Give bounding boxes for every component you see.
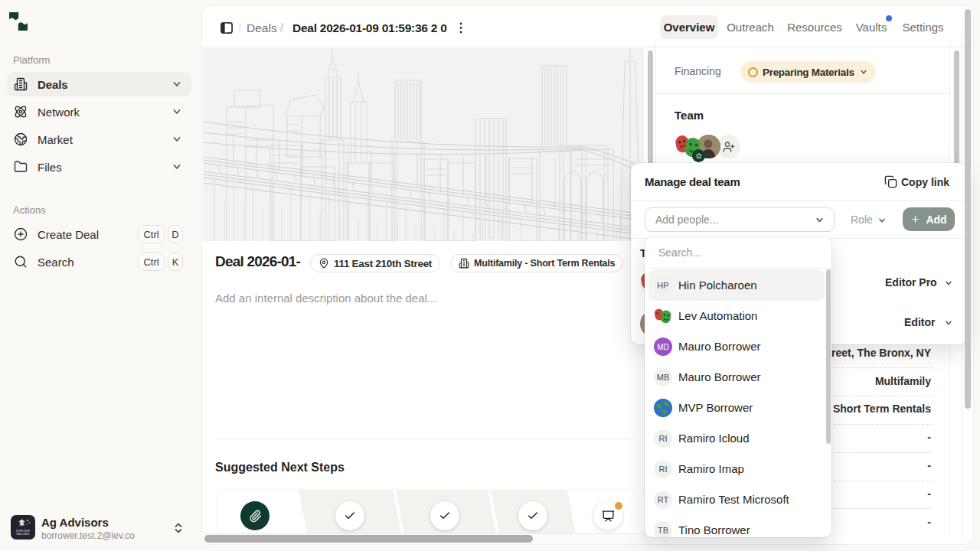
svg-text:MAGICIANS: MAGICIANS [17, 533, 30, 536]
